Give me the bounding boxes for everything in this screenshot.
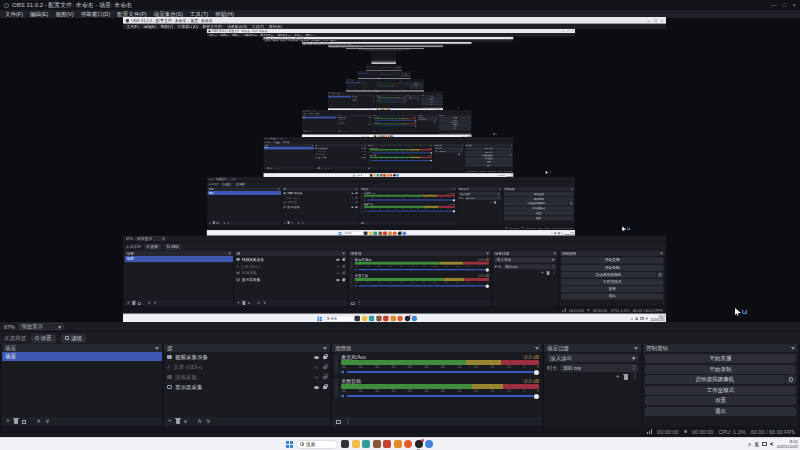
menu-edit[interactable]: 编辑(E) (143, 24, 155, 29)
mixer-options-icon[interactable] (453, 188, 455, 189)
studio-mode-button[interactable]: 工作室模式 (504, 206, 574, 210)
speaker-tray-icon[interactable] (561, 232, 563, 234)
lock-icon[interactable] (323, 386, 327, 389)
visibility-eye-icon[interactable] (314, 356, 319, 359)
taskbar-app-obs-studio[interactable] (404, 316, 409, 321)
zoom-mode-dropdown[interactable]: 缩放显示 ▾ (18, 323, 64, 330)
transition-select[interactable]: 淡入淡出 ▾ (459, 192, 501, 196)
scene-filters-button[interactable] (22, 420, 27, 424)
taskbar-app-orange-app[interactable] (388, 231, 392, 235)
lock-icon[interactable] (370, 122, 371, 123)
start-streaming-button[interactable]: 开始直播 (561, 257, 664, 263)
taskbar-app-box-app[interactable] (373, 440, 381, 448)
transition-select[interactable]: 淡入淡出 ▾ (434, 147, 462, 150)
start-streaming-button[interactable]: 开始直播 (645, 354, 796, 363)
remove-scene-button[interactable] (213, 222, 215, 224)
move-scene-up-button[interactable]: ∧ (223, 221, 225, 224)
source-item-text[interactable]: A 文本 (GDI+) (234, 263, 347, 270)
source-item-display-capture[interactable]: 显示器采集 (369, 75, 380, 76)
volume-slider-track[interactable] (359, 285, 486, 286)
start-recording-button[interactable]: 开始录制 (561, 264, 664, 270)
transition-more-button[interactable]: ⋮ (632, 374, 639, 381)
exit-button[interactable]: 退出 (409, 88, 424, 89)
menu-docks[interactable]: 停靠窗口(D) (178, 24, 198, 29)
maximize-button[interactable]: □ (508, 37, 509, 39)
start-virtual-camera-button[interactable]: 启动虚拟摄像机 (645, 375, 785, 384)
filter-icon[interactable] (278, 188, 280, 189)
move-scene-down-button[interactable]: ∨ (154, 301, 157, 305)
duration-spinner[interactable]: 300 ms ∧∨ (503, 264, 556, 269)
maximize-button[interactable]: □ (783, 2, 787, 8)
studio-mode-button[interactable]: 工作室模式 (561, 279, 664, 285)
exit-button[interactable]: 退出 (645, 407, 796, 416)
taskbar-app-orange-app[interactable] (390, 316, 395, 321)
display-capture-canvas[interactable]: OBS 31.0.2 - 配置文件: 未命名 - 场景: 未命名 — □ × 文… (358, 49, 411, 79)
source-item-video-capture[interactable]: 视频采集设备 (164, 352, 330, 362)
remove-scene-button[interactable] (132, 302, 135, 305)
move-scene-up-button[interactable]: ∧ (36, 418, 41, 425)
add-scene-button[interactable]: + (127, 301, 130, 305)
virtual-camera-settings-button[interactable] (786, 375, 796, 384)
filter-icon[interactable] (553, 252, 556, 254)
visibility-eye-icon[interactable] (351, 206, 353, 207)
volume-slider-knob[interactable] (430, 160, 432, 162)
source-filters-button[interactable]: 滤镜 (61, 334, 87, 343)
add-transition-button[interactable]: + (541, 271, 544, 275)
display-capture-canvas[interactable]: OBS 31.0.2 - 配置文件: 未命名 - 场景: 未命名 — □ × 文… (207, 29, 576, 236)
start-button[interactable] (317, 316, 322, 321)
display-capture-canvas[interactable]: OBS 31.0.2 - 配置文件: 未命名 - 场景: 未命名 — □ × 文… (366, 51, 402, 71)
source-properties-gear-icon[interactable] (184, 420, 188, 424)
speaker-icon[interactable] (364, 210, 366, 212)
filter-icon[interactable] (499, 188, 501, 189)
start-virtual-camera-button[interactable]: 启动虚拟摄像机 (504, 201, 568, 205)
taskbar-app-file-explorer[interactable] (369, 231, 373, 235)
add-source-button[interactable]: + (237, 301, 240, 305)
display-tray-icon[interactable] (502, 175, 504, 176)
visibility-eye-icon[interactable] (314, 386, 319, 389)
lock-icon[interactable] (342, 272, 345, 274)
transition-select[interactable]: 淡入淡出 ▾ (494, 257, 556, 262)
start-streaming-button[interactable]: 开始直播 (504, 192, 574, 196)
close-button[interactable]: × (470, 42, 471, 43)
display-capture-canvas[interactable]: OBS 31.0.2 - 配置文件: 未命名 - 场景: 未命名 — □ × 文… (328, 45, 443, 110)
taskbar-app-orange-app[interactable] (394, 440, 402, 448)
remove-transition-button[interactable] (458, 154, 459, 155)
visibility-eye-icon[interactable] (351, 192, 353, 193)
exit-button[interactable]: 退出 (504, 216, 574, 220)
taskbar-app-swirl-app[interactable] (393, 231, 397, 235)
volume-slider-knob[interactable] (453, 210, 455, 212)
start-recording-button[interactable]: 开始录制 (645, 365, 796, 374)
speaker-icon[interactable] (341, 370, 345, 374)
display-capture-canvas[interactable]: OBS 31.0.2 - 配置文件: 未命名 - 场景: 未命名 — □ × 文… (346, 48, 424, 92)
source-item-display-capture[interactable]: 显示器采集 (234, 276, 347, 283)
ime-indicator[interactable]: 英 (554, 232, 556, 234)
lock-icon[interactable] (364, 148, 365, 149)
duration-spinner[interactable]: 300 ms ∧∨ (560, 364, 638, 372)
mixer-options-icon[interactable] (486, 252, 489, 254)
source-item-display-capture[interactable]: 显示器采集 (362, 85, 378, 86)
close-button[interactable]: × (511, 37, 512, 39)
taskbar-app-teal-browser-app[interactable] (373, 231, 377, 235)
mixer-options-icon[interactable] (535, 347, 539, 350)
visibility-eye-icon[interactable] (336, 279, 339, 281)
volume-slider-knob[interactable] (534, 370, 539, 375)
channel-drag-handle[interactable]: ⋮ (334, 378, 339, 399)
source-item-display-capture[interactable]: 显示器采集 (315, 156, 367, 159)
lock-icon[interactable] (355, 193, 357, 194)
transition-more-button[interactable]: ⋮ (552, 271, 556, 275)
volume-slider-knob[interactable] (534, 394, 539, 399)
scene-filters-button[interactable] (138, 302, 141, 305)
source-item-game-capture[interactable]: 游戏采集 (362, 84, 378, 85)
settings-button[interactable]: 设置 (561, 286, 664, 292)
duration-spinner[interactable]: 300 ms ∧∨ (465, 196, 501, 200)
add-transition-button[interactable]: + (456, 153, 457, 155)
source-item-display-capture[interactable]: 显示器采集 (352, 100, 376, 101)
lock-icon[interactable] (364, 154, 365, 155)
display-capture-canvas[interactable]: OBS 31.0.2 - 配置文件: 未命名 - 场景: 未命名 — □ × 文… (302, 42, 472, 137)
channel-drag-handle[interactable]: ⋮ (350, 257, 353, 271)
menu-view[interactable]: 视图(V) (55, 11, 73, 18)
scene-list-item[interactable]: 场景 (207, 191, 281, 195)
visibility-eye-icon[interactable] (336, 258, 339, 260)
source-item-display-capture[interactable]: 显示器采集 (337, 123, 372, 125)
speaker-tray-icon[interactable] (504, 175, 505, 176)
